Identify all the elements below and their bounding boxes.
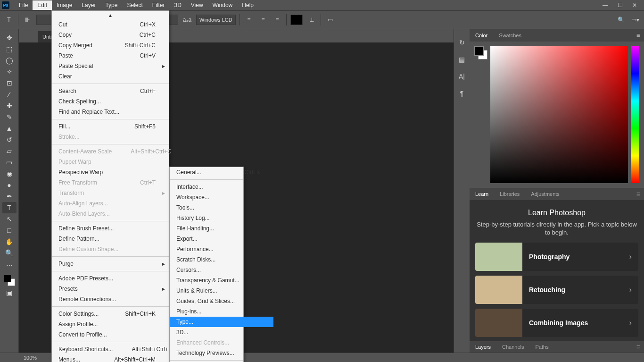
menuitem-scratch-disks[interactable]: Scratch Disks... (170, 254, 273, 265)
menuitem-perspective-warp[interactable]: Perspective Warp (52, 167, 169, 177)
menuitem-remote-connections[interactable]: Remote Connections... (52, 294, 169, 304)
menuitem-type[interactable]: Type... (170, 317, 273, 327)
quick-select-tool[interactable]: ✧ (2, 66, 17, 77)
panel-tab-layers[interactable]: Layers (470, 341, 496, 353)
menuitem-assign-profile[interactable]: Assign Profile... (52, 319, 169, 329)
minimize-button[interactable]: — (603, 2, 608, 8)
learn-card-combining-images[interactable]: Combining Images› (475, 309, 638, 337)
panel-menu-icon[interactable]: ≡ (636, 343, 644, 351)
panel-tab-libraries[interactable]: Libraries (494, 188, 525, 200)
learn-card-retouching[interactable]: Retouching› (475, 276, 638, 304)
menuitem-define-brush-preset[interactable]: Define Brush Preset... (52, 223, 169, 234)
panel-tab-channels[interactable]: Channels (496, 341, 529, 353)
menuitem-plug-ins[interactable]: Plug-ins... (170, 306, 273, 317)
menu-file[interactable]: File (14, 0, 33, 10)
edit-toolbar-button[interactable]: ⋯ (2, 260, 17, 271)
pen-tool[interactable]: ✒ (2, 191, 17, 202)
menu-view[interactable]: View (186, 0, 208, 10)
menuitem-define-pattern[interactable]: Define Pattern... (52, 234, 169, 244)
move-tool[interactable]: ✥ (2, 32, 17, 43)
menuitem-find-and-replace-text[interactable]: Find and Replace Text... (52, 107, 169, 117)
menuitem-convert-to-profile[interactable]: Convert to Profile... (52, 329, 169, 340)
healing-brush-tool[interactable]: ✚ (2, 100, 17, 111)
menuitem-fill[interactable]: Fill...Shift+F5 (52, 121, 169, 132)
lasso-tool[interactable]: ◯ (2, 55, 17, 66)
menuitem-transparency-gamut[interactable]: Transparency & Gamut... (170, 275, 273, 286)
scroll-up-arrow[interactable]: ▴ (52, 11, 169, 19)
menuitem-search[interactable]: SearchCtrl+F (52, 86, 169, 96)
marquee-tool[interactable]: ⬚ (2, 43, 17, 55)
menuitem-copy[interactable]: CopyCtrl+C (52, 30, 169, 40)
panel-tab-learn[interactable]: Learn (470, 188, 494, 200)
color-field[interactable] (490, 46, 628, 183)
panel-tab-adjustments[interactable]: Adjustments (525, 188, 565, 200)
workspace-icon[interactable]: ▭▾ (630, 15, 640, 25)
panel-menu-icon[interactable]: ≡ (636, 190, 644, 198)
panel-tab-swatches[interactable]: Swatches (493, 30, 527, 41)
menuitem-tools[interactable]: Tools... (170, 202, 273, 213)
properties-icon[interactable]: ▤ (459, 56, 465, 63)
menuitem-export[interactable]: Export... (170, 234, 273, 244)
menuitem-file-handling[interactable]: File Handling... (170, 223, 273, 234)
menuitem-workspace[interactable]: Workspace... (170, 192, 273, 202)
anti-alias-select[interactable]: Windows LCD (196, 15, 236, 25)
gradient-tool[interactable]: ▭ (2, 157, 17, 168)
menuitem-guides-grid-slices[interactable]: Guides, Grid & Slices... (170, 296, 273, 306)
close-button[interactable]: ✕ (632, 2, 637, 8)
blur-tool[interactable]: ◉ (2, 168, 17, 179)
eraser-tool[interactable]: ▱ (2, 145, 17, 157)
menuitem-presets[interactable]: Presets▸ (52, 284, 169, 294)
menuitem-units-rulers[interactable]: Units & Rulers... (170, 286, 273, 296)
crop-tool[interactable]: ⊡ (2, 77, 17, 89)
search-icon[interactable]: 🔍 (616, 15, 626, 25)
color-indicator[interactable] (474, 46, 487, 59)
rectangle-tool[interactable]: □ (2, 225, 17, 236)
menuitem-cut[interactable]: CutCtrl+X (52, 19, 169, 30)
menuitem-technology-previews[interactable]: Technology Previews... (170, 348, 273, 358)
history-brush-tool[interactable]: ↺ (2, 134, 17, 145)
character-icon[interactable]: A| (459, 73, 465, 80)
menuitem-check-spelling[interactable]: Check Spelling... (52, 96, 169, 107)
panel-tab-paths[interactable]: Paths (530, 341, 554, 353)
zoom-tool[interactable]: 🔍 (2, 247, 17, 259)
edit-menu-dropdown[interactable]: ▴ CutCtrl+XCopyCtrl+CCopy MergedShift+Ct… (51, 10, 169, 362)
hue-slider[interactable] (631, 46, 639, 183)
align-right-icon[interactable]: ≡ (272, 15, 282, 25)
menu-layer[interactable]: Layer (77, 0, 100, 10)
preferences-submenu[interactable]: General...Ctrl+KInterface...Workspace...… (169, 167, 244, 362)
menu-select[interactable]: Select (122, 0, 147, 10)
menu-edit[interactable]: Edit (33, 0, 52, 10)
toggle-panels-icon[interactable]: ▭ (325, 15, 335, 25)
menu-image[interactable]: Image (52, 0, 77, 10)
menuitem-d[interactable]: 3D... (170, 327, 273, 337)
foreground-color-swatch[interactable] (4, 275, 11, 282)
menuitem-menus[interactable]: Menus...Alt+Shift+Ctrl+M (52, 354, 169, 362)
align-center-icon[interactable]: ≡ (258, 15, 268, 25)
paragraph-icon[interactable]: ¶ (460, 90, 464, 97)
hand-tool[interactable]: ✋ (2, 236, 17, 247)
menu-window[interactable]: Window (208, 0, 238, 10)
brush-tool[interactable]: ✎ (2, 111, 17, 123)
dodge-tool[interactable]: ● (2, 179, 17, 191)
menu-3d[interactable]: 3D (169, 0, 186, 10)
type-tool[interactable]: T (2, 202, 17, 213)
path-selection-tool[interactable]: ↖ (2, 213, 17, 225)
learn-card-photography[interactable]: Photography› (475, 243, 638, 271)
clone-stamp-tool[interactable]: ▲ (2, 123, 17, 134)
menuitem-keyboard-shortcuts[interactable]: Keyboard Shortcuts...Alt+Shift+Ctrl+K (52, 344, 169, 354)
menuitem-general[interactable]: General...Ctrl+K (170, 167, 273, 177)
menuitem-paste[interactable]: PasteCtrl+V (52, 51, 169, 61)
text-color-swatch[interactable] (290, 15, 303, 25)
panel-tab-color[interactable]: Color (470, 30, 493, 41)
menuitem-paste-special[interactable]: Paste Special▸ (52, 61, 169, 71)
menuitem-purge[interactable]: Purge▸ (52, 259, 169, 269)
menu-filter[interactable]: Filter (148, 0, 170, 10)
maximize-button[interactable]: ☐ (618, 2, 623, 8)
text-orientation-icon[interactable]: ⊪ (22, 15, 33, 25)
screen-mode-button[interactable]: ▣ (2, 287, 17, 298)
zoom-level[interactable]: 100% (24, 355, 37, 361)
menuitem-cursors[interactable]: Cursors... (170, 265, 273, 275)
color-swatches[interactable] (4, 275, 15, 286)
panel-menu-icon[interactable]: ≡ (636, 32, 644, 39)
menuitem-clear[interactable]: Clear (52, 71, 169, 82)
